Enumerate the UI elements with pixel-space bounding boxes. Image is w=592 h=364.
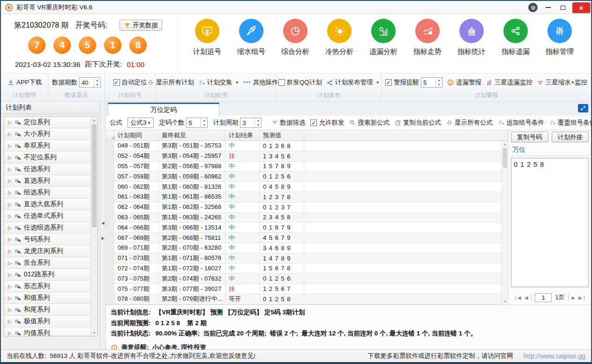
sidebar-series-item[interactable]: ▷ 任选系列 xyxy=(4,163,97,175)
table-row[interactable]: 078 - 080期 第2期 - 079期进行中... 等开 0 1 2 5 8 xyxy=(106,294,508,305)
plan-publish-mgmt-dropdown[interactable]: 计划发布管理 ▼ xyxy=(326,78,380,87)
sidebar-series-item[interactable]: ▷ 大小系列 xyxy=(4,128,97,140)
row-selector-cell[interactable] xyxy=(106,171,114,182)
row-selector-cell[interactable] xyxy=(106,182,114,192)
app-indicator-stats[interactable]: 指标统计 xyxy=(450,19,494,73)
qq-group-send-checkbox[interactable]: 群发QQ计划 xyxy=(278,78,322,87)
copy-numbers-button[interactable]: 复制号码 xyxy=(511,132,548,142)
scrollbar-thumb[interactable] xyxy=(503,148,507,168)
expand-arrow-icon[interactable]: ▷ xyxy=(8,132,12,137)
data-filter-button[interactable]: 数据筛选 xyxy=(271,119,305,127)
app-shrink-group[interactable]: 缩水组号 xyxy=(229,19,273,73)
table-row[interactable]: 049 - 051期 第3期 - 051期 - 35753 中 0 1 3 6 … xyxy=(106,141,508,151)
row-selector-cell[interactable] xyxy=(106,223,114,233)
sidebar-series-item[interactable]: ▷ 号码系列 xyxy=(4,234,97,245)
row-selector-cell[interactable] xyxy=(106,233,114,243)
sidebar-series-item[interactable]: ▷ 不定位系列 xyxy=(4,152,97,163)
data-periods-stepper[interactable]: 40 ▲▼ xyxy=(79,77,101,88)
table-row[interactable]: 064 - 066期 第3期 - 066期 - 13514 中 0 1 6 7 … xyxy=(106,223,508,233)
table-row[interactable]: 067 - 069期 第2期 - 068期 - 75811 中 4 5 6 7 … xyxy=(106,233,508,243)
col-header-final[interactable]: 最终截至 xyxy=(158,130,225,141)
table-scrollbar[interactable]: ▲ ▼ xyxy=(502,141,508,305)
scroll-up-icon[interactable]: ▲ xyxy=(502,141,508,147)
expand-view-button[interactable] xyxy=(578,104,588,112)
table-row[interactable]: 062 - 064期 第1期 - 062期 - 32568 中 0 1 2 3 … xyxy=(106,202,508,213)
table-row[interactable]: 071 - 073期 第1期 - 071期 - 80576 中 1 4 7 8 … xyxy=(106,253,508,264)
sidebar-series-item[interactable]: ▷ 组选系列 xyxy=(4,187,97,199)
stepper-arrows-icon[interactable]: ▲▼ xyxy=(94,78,100,87)
sidebar-splitter[interactable]: ◀ ▶ xyxy=(100,102,106,349)
app-indicator-mgmt[interactable]: 指标管理 xyxy=(538,19,582,73)
sidebar-series-item[interactable]: ▷ 定位系列 xyxy=(4,117,97,128)
app-comprehensive-analysis[interactable]: 综合分析 xyxy=(273,19,317,73)
sidebar-series-item[interactable]: ▷ 单双系列 xyxy=(4,140,97,152)
official-site-link[interactable]: http://www.caipiao.gg xyxy=(524,352,585,360)
alert-remind-checkbox[interactable]: ✓ 警报提醒 5 ▲▼ xyxy=(385,77,442,88)
table-row[interactable]: 055 - 057期 第2期 - 056期 - 97988 中 1 5 7 8 … xyxy=(106,162,508,172)
override-group-condition-button[interactable]: 覆盖组号条件 xyxy=(549,119,592,127)
expand-arrow-icon[interactable]: ▷ xyxy=(8,202,12,207)
search-new-formula-button[interactable]: 搜索新公式 xyxy=(349,119,390,127)
show-all-formulas-button[interactable]: 显示所有公式 xyxy=(446,119,493,127)
scrollbar-thumb[interactable] xyxy=(92,124,97,227)
page-last-icon[interactable]: ▶❘ xyxy=(578,295,586,300)
stepper-arrows-icon[interactable]: ▲▼ xyxy=(255,118,261,127)
page-prev-icon[interactable]: ◀ xyxy=(525,295,528,300)
app-download-button[interactable]: APP下载 xyxy=(7,78,42,87)
plan-external-button[interactable]: 计划外接 xyxy=(552,132,589,142)
row-selector-cell[interactable] xyxy=(106,162,114,172)
sidebar-series-item[interactable]: ▷ 直选系列 xyxy=(4,175,97,187)
expand-arrow-icon[interactable]: ▷ xyxy=(8,260,12,266)
app-omission-analysis[interactable]: 遗漏分析 xyxy=(361,19,405,73)
page-first-icon[interactable]: ❘◀ xyxy=(514,295,521,300)
col-header-prediction[interactable]: 预测值 xyxy=(260,130,304,141)
collapse-right-icon[interactable]: ▶ xyxy=(100,233,105,243)
sidebar-series-item[interactable]: ▷ 任选单式系列 xyxy=(4,210,97,222)
table-row[interactable]: 057 - 059期 第3期 - 059期 - 60962 中 0 1 2 5 … xyxy=(106,171,508,182)
tab-wanwei-dingma[interactable]: 万位定码 xyxy=(108,103,219,116)
formula-select[interactable]: 公式3 ▼ xyxy=(127,118,154,128)
sidebar-series-item[interactable]: ▷ 012路系列 xyxy=(4,269,97,281)
draw-data-button[interactable]: 开奖数据 xyxy=(120,20,162,31)
scroll-up-icon[interactable]: ▲ xyxy=(91,117,97,123)
sidebar-series-item[interactable]: ▷ 和值系列 xyxy=(4,292,97,304)
table-row[interactable]: 075 - 077期 第3期 - 077期 - 39027 挂 1 2 5 6 … xyxy=(106,284,508,294)
row-selector-cell[interactable] xyxy=(106,243,114,253)
collapse-left-icon[interactable]: ◀ xyxy=(100,218,105,228)
copy-current-formula-button[interactable]: 复制当前公式 xyxy=(395,119,441,127)
sidebar-scrollbar[interactable]: ▲ ▼ xyxy=(90,117,97,336)
row-selector-cell[interactable] xyxy=(106,253,114,264)
row-selector-cell[interactable] xyxy=(106,264,114,274)
sidebar-series-item[interactable]: ▷ 任选组选系列 xyxy=(4,222,97,234)
minimize-button[interactable] xyxy=(540,2,555,13)
sidebar-series-item[interactable]: ▷ 形态系列 xyxy=(4,281,97,292)
expand-arrow-icon[interactable]: ▷ xyxy=(8,237,12,242)
sidebar-series-item[interactable]: ▷ 均值系列 xyxy=(4,327,97,336)
row-selector-cell[interactable] xyxy=(106,213,114,223)
expand-arrow-icon[interactable]: ▷ xyxy=(8,272,12,277)
close-button[interactable]: × xyxy=(572,2,590,13)
threestar-shrink-monitor-button[interactable]: 三星缩水+监控 xyxy=(537,78,587,87)
expand-arrow-icon[interactable]: ▷ xyxy=(8,225,12,230)
page-input[interactable]: 1 xyxy=(535,293,552,302)
table-row[interactable]: 060 - 062期 第1期 - 060期 - 81326 中 0 4 5 8 … xyxy=(106,182,508,192)
page-next-icon[interactable]: ▶ xyxy=(572,295,576,300)
table-row[interactable]: 052 - 054期 第3期 - 054期 - 25957 挂 1 3 4 5 … xyxy=(106,151,508,162)
table-row[interactable]: 063 - 065期 第1期 - 063期 - 24265 中 2 3 4 5 … xyxy=(106,213,508,223)
app-hot-cold-analysis[interactable]: 冷热分析 xyxy=(317,19,361,73)
row-selector-cell[interactable] xyxy=(106,202,114,213)
append-group-condition-button[interactable]: 追加组号条件 xyxy=(498,119,544,127)
omission-alert-button[interactable]: 遗漏警报 xyxy=(447,78,481,87)
maximize-button[interactable] xyxy=(555,2,570,13)
row-selector-cell[interactable] xyxy=(106,192,114,202)
digit-count-stepper[interactable]: 5 ▲▼ xyxy=(186,118,208,128)
sidebar-series-item[interactable]: ▷ 直选大底系列 xyxy=(4,199,97,210)
col-header-result[interactable]: 计划结果 xyxy=(225,130,260,141)
threestar-omission-monitor-button[interactable]: 三星遗漏监控 xyxy=(486,78,532,87)
row-selector-cell[interactable] xyxy=(106,141,114,151)
expand-arrow-icon[interactable]: ▷ xyxy=(8,284,12,289)
predicted-numbers-box[interactable]: 0 1 2 5 8 xyxy=(511,158,589,287)
table-row[interactable]: 073 - 075期 第2期 - 074期 - 07632 中 0 1 2 5 … xyxy=(106,274,508,284)
expand-arrow-icon[interactable]: ▷ xyxy=(8,331,12,336)
sidebar-series-item[interactable]: ▷ 质合系列 xyxy=(4,257,97,269)
